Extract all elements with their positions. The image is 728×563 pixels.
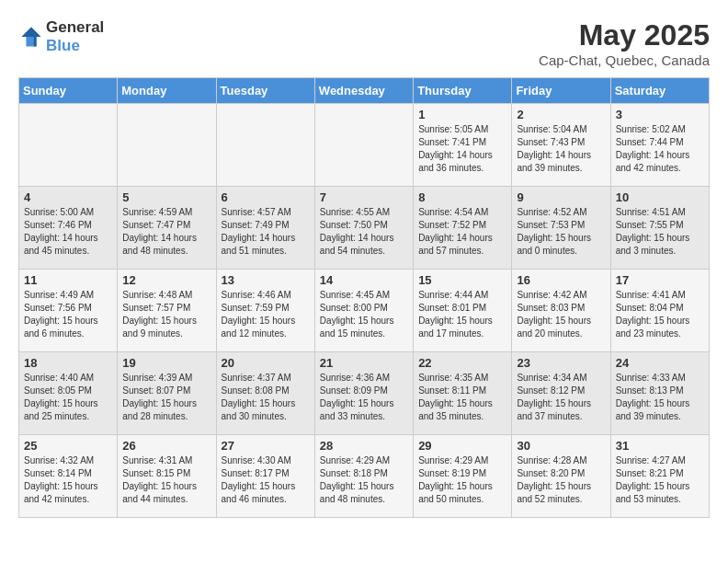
calendar-header-row: SundayMondayTuesdayWednesdayThursdayFrid… [19,78,710,104]
day-number: 10 [616,190,704,204]
day-info: Sunrise: 4:39 AM Sunset: 8:07 PM Dayligh… [122,372,210,423]
calendar-cell: 9Sunrise: 4:52 AM Sunset: 7:53 PM Daylig… [512,187,610,270]
day-number: 13 [222,273,310,287]
header-day-sunday: Sunday [19,78,118,104]
day-number: 24 [616,356,704,370]
day-info: Sunrise: 4:51 AM Sunset: 7:55 PM Dayligh… [616,206,704,258]
day-info: Sunrise: 4:30 AM Sunset: 8:17 PM Dayligh… [222,454,310,506]
page-header: General Blue May 2025 Cap-Chat, Quebec, … [18,18,710,68]
calendar-cell: 25Sunrise: 4:32 AM Sunset: 8:14 PM Dayli… [19,435,118,518]
day-info: Sunrise: 4:55 AM Sunset: 7:50 PM Dayligh… [320,206,408,258]
day-number: 14 [320,273,408,287]
day-number: 6 [222,190,310,204]
day-info: Sunrise: 5:04 AM Sunset: 7:43 PM Dayligh… [517,123,605,175]
day-number: 11 [24,273,112,287]
day-info: Sunrise: 5:00 AM Sunset: 7:46 PM Dayligh… [24,206,112,258]
calendar-cell: 6Sunrise: 4:57 AM Sunset: 7:49 PM Daylig… [216,187,314,270]
calendar-cell: 14Sunrise: 4:45 AM Sunset: 8:00 PM Dayli… [314,270,413,352]
day-number: 16 [517,273,605,287]
day-number: 26 [122,439,210,453]
month-year-title: May 2025 [539,18,710,52]
calendar-cell: 4Sunrise: 5:00 AM Sunset: 7:46 PM Daylig… [19,187,118,270]
day-number: 22 [418,356,506,370]
day-number: 19 [122,356,210,370]
calendar-table: SundayMondayTuesdayWednesdayThursdayFrid… [18,77,710,518]
day-info: Sunrise: 4:31 AM Sunset: 8:15 PM Dayligh… [122,454,210,506]
header-day-thursday: Thursday [414,78,512,104]
day-number: 2 [517,108,605,121]
calendar-cell: 12Sunrise: 4:48 AM Sunset: 7:57 PM Dayli… [118,270,216,352]
day-number: 25 [24,439,112,453]
calendar-cell: 1Sunrise: 5:05 AM Sunset: 7:41 PM Daylig… [414,104,512,187]
day-number: 12 [122,273,210,287]
day-info: Sunrise: 4:49 AM Sunset: 7:56 PM Dayligh… [24,289,112,340]
day-info: Sunrise: 4:41 AM Sunset: 8:04 PM Dayligh… [616,289,704,340]
calendar-cell: 19Sunrise: 4:39 AM Sunset: 8:07 PM Dayli… [118,352,216,435]
title-block: May 2025 Cap-Chat, Quebec, Canada [539,18,710,68]
day-info: Sunrise: 4:28 AM Sunset: 8:20 PM Dayligh… [517,454,605,506]
calendar-cell: 15Sunrise: 4:44 AM Sunset: 8:01 PM Dayli… [414,270,512,352]
day-info: Sunrise: 4:45 AM Sunset: 8:00 PM Dayligh… [320,289,408,340]
day-number: 3 [616,108,704,121]
day-info: Sunrise: 4:59 AM Sunset: 7:47 PM Dayligh… [122,206,210,258]
day-info: Sunrise: 4:54 AM Sunset: 7:52 PM Dayligh… [418,206,506,258]
day-number: 7 [320,190,408,204]
header-day-saturday: Saturday [610,78,709,104]
day-info: Sunrise: 4:42 AM Sunset: 8:03 PM Dayligh… [517,289,605,340]
calendar-cell: 8Sunrise: 4:54 AM Sunset: 7:52 PM Daylig… [414,187,512,270]
day-number: 17 [616,273,704,287]
calendar-cell: 28Sunrise: 4:29 AM Sunset: 8:18 PM Dayli… [314,435,413,518]
day-number: 23 [517,356,605,370]
logo: General Blue [18,18,104,55]
day-info: Sunrise: 4:52 AM Sunset: 7:53 PM Dayligh… [517,206,605,258]
day-info: Sunrise: 4:29 AM Sunset: 8:19 PM Dayligh… [418,454,506,506]
day-info: Sunrise: 5:05 AM Sunset: 7:41 PM Dayligh… [418,123,506,175]
day-number: 15 [418,273,506,287]
day-number: 9 [517,190,605,204]
day-info: Sunrise: 4:27 AM Sunset: 8:21 PM Dayligh… [616,454,704,506]
day-number: 28 [320,439,408,453]
calendar-cell: 30Sunrise: 4:28 AM Sunset: 8:20 PM Dayli… [512,435,610,518]
day-info: Sunrise: 4:57 AM Sunset: 7:49 PM Dayligh… [222,206,310,258]
day-info: Sunrise: 4:37 AM Sunset: 8:08 PM Dayligh… [222,372,310,423]
calendar-cell: 31Sunrise: 4:27 AM Sunset: 8:21 PM Dayli… [610,435,709,518]
header-day-monday: Monday [118,78,216,104]
day-info: Sunrise: 4:46 AM Sunset: 7:59 PM Dayligh… [222,289,310,340]
day-number: 21 [320,356,408,370]
calendar-cell: 26Sunrise: 4:31 AM Sunset: 8:15 PM Dayli… [118,435,216,518]
calendar-week-row: 1Sunrise: 5:05 AM Sunset: 7:41 PM Daylig… [19,104,710,187]
day-number: 4 [24,190,112,204]
calendar-week-row: 25Sunrise: 4:32 AM Sunset: 8:14 PM Dayli… [19,435,710,518]
day-info: Sunrise: 4:40 AM Sunset: 8:05 PM Dayligh… [24,372,112,423]
header-day-tuesday: Tuesday [216,78,314,104]
day-number: 5 [122,190,210,204]
day-info: Sunrise: 4:48 AM Sunset: 7:57 PM Dayligh… [122,289,210,340]
day-info: Sunrise: 4:29 AM Sunset: 8:18 PM Dayligh… [320,454,408,506]
calendar-cell [118,104,216,187]
header-day-wednesday: Wednesday [314,78,413,104]
calendar-week-row: 18Sunrise: 4:40 AM Sunset: 8:05 PM Dayli… [19,352,710,435]
calendar-cell: 18Sunrise: 4:40 AM Sunset: 8:05 PM Dayli… [19,352,118,435]
header-day-friday: Friday [512,78,610,104]
calendar-week-row: 4Sunrise: 5:00 AM Sunset: 7:46 PM Daylig… [19,187,710,270]
day-number: 8 [418,190,506,204]
calendar-cell: 16Sunrise: 4:42 AM Sunset: 8:03 PM Dayli… [512,270,610,352]
calendar-cell [19,104,118,187]
calendar-cell: 11Sunrise: 4:49 AM Sunset: 7:56 PM Dayli… [19,270,118,352]
day-info: Sunrise: 4:32 AM Sunset: 8:14 PM Dayligh… [24,454,112,506]
day-info: Sunrise: 4:36 AM Sunset: 8:09 PM Dayligh… [320,372,408,423]
calendar-cell: 2Sunrise: 5:04 AM Sunset: 7:43 PM Daylig… [512,104,610,187]
day-number: 31 [616,439,704,453]
calendar-cell: 29Sunrise: 4:29 AM Sunset: 8:19 PM Dayli… [414,435,512,518]
calendar-cell [314,104,413,187]
logo-blue-text: Blue [46,37,80,54]
calendar-week-row: 11Sunrise: 4:49 AM Sunset: 7:56 PM Dayli… [19,270,710,352]
calendar-cell: 10Sunrise: 4:51 AM Sunset: 7:55 PM Dayli… [610,187,709,270]
logo-general-text: General [46,18,104,36]
day-number: 18 [24,356,112,370]
day-info: Sunrise: 4:33 AM Sunset: 8:13 PM Dayligh… [616,372,704,423]
day-info: Sunrise: 4:35 AM Sunset: 8:11 PM Dayligh… [418,372,506,423]
day-info: Sunrise: 4:44 AM Sunset: 8:01 PM Dayligh… [418,289,506,340]
calendar-cell: 5Sunrise: 4:59 AM Sunset: 7:47 PM Daylig… [118,187,216,270]
day-number: 20 [222,356,310,370]
